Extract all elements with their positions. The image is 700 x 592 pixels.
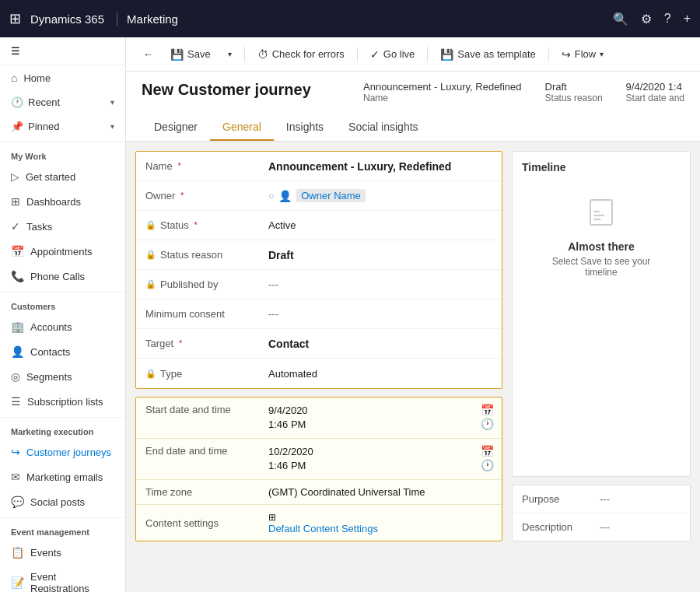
sidebar-item-event-registrations[interactable]: 📝 Event Registrations bbox=[0, 565, 125, 592]
name-required: * bbox=[178, 162, 181, 170]
owner-field: ○ 👤 Owner Name bbox=[268, 189, 494, 202]
start-clock-icon[interactable]: 🕐 bbox=[481, 418, 494, 430]
sidebar-item-events[interactable]: 📋 Events bbox=[0, 540, 125, 565]
tab-social-insights[interactable]: Social insights bbox=[336, 114, 431, 141]
main-form-card: Name * Announcement - Luxury, Redefined … bbox=[135, 151, 502, 389]
person-icon: ○ bbox=[268, 191, 274, 201]
divider-1 bbox=[0, 142, 125, 142]
check-icon: ⏱ bbox=[257, 48, 268, 61]
main-content: ← 💾 Save ▾ ⏱ Check for errors ✓ Go live … bbox=[126, 37, 700, 592]
flow-dropdown-arrow: ▾ bbox=[600, 50, 604, 58]
date-row-end: End date and time 10/2/2020 📅 1:46 PM 🕐 bbox=[136, 439, 502, 480]
form-row-status-reason: 🔒 Status reason Draft bbox=[136, 240, 502, 270]
svg-rect-0 bbox=[590, 200, 612, 225]
owner-value[interactable]: ○ 👤 Owner Name bbox=[261, 183, 502, 208]
meta-name-value: Announcement - Luxury, Redefined bbox=[363, 81, 522, 93]
accounts-icon: 🏢 bbox=[11, 321, 24, 333]
dashboards-icon: ⊞ bbox=[11, 195, 20, 208]
save-button[interactable]: 💾 Save bbox=[163, 44, 219, 65]
date-row-start: Start date and time 9/4/2020 📅 1:46 PM 🕐 bbox=[136, 398, 502, 439]
sidebar-subscription-label: Subscription lists bbox=[27, 396, 103, 408]
contacts-icon: 👤 bbox=[11, 345, 24, 358]
meta-status-value: Draft bbox=[545, 81, 603, 93]
sidebar-item-segments[interactable]: ◎ Segments bbox=[0, 364, 125, 389]
status-value: Active bbox=[261, 213, 502, 237]
content-label: Content settings bbox=[136, 517, 261, 529]
go-live-button[interactable]: ✓ Go live bbox=[362, 44, 422, 65]
check-errors-label: Check for errors bbox=[272, 48, 345, 60]
sidebar-item-dashboards[interactable]: ⊞ Dashboards bbox=[0, 189, 125, 214]
sidebar-item-subscription-lists[interactable]: ☰ Subscription lists bbox=[0, 389, 125, 414]
pin-icon: 📌 bbox=[11, 121, 23, 132]
lock-icon-type: 🔒 bbox=[145, 369, 156, 379]
timezone-row: Time zone (GMT) Coordinated Universal Ti… bbox=[136, 480, 502, 505]
tab-designer[interactable]: Designer bbox=[142, 114, 210, 141]
search-icon[interactable]: 🔍 bbox=[613, 12, 628, 26]
meta-date-label: Start date and bbox=[626, 93, 684, 103]
timeline-empty-subtitle: Select Save to see your timeline bbox=[537, 256, 665, 278]
owner-label: Owner * bbox=[136, 184, 261, 208]
start-calendar-icon[interactable]: 📅 bbox=[481, 404, 494, 416]
flow-button[interactable]: ↪ Flow ▾ bbox=[554, 44, 611, 65]
help-icon[interactable]: ? bbox=[664, 12, 671, 26]
sidebar-item-get-started[interactable]: ▷ Get started bbox=[0, 164, 125, 189]
sidebar-item-pinned[interactable]: 📌 Pinned ▾ bbox=[0, 114, 125, 138]
sidebar: ☰ ⌂ Home 🕐 Recent ▾ 📌 Pinned ▾ My Work ▷… bbox=[0, 37, 126, 592]
save-dropdown-arrow: ▾ bbox=[228, 50, 232, 58]
my-work-section: My Work bbox=[0, 145, 125, 164]
start-time[interactable]: 1:46 PM bbox=[268, 419, 306, 430]
save-dropdown-button[interactable]: ▾ bbox=[220, 45, 240, 63]
check-errors-button[interactable]: ⏱ Check for errors bbox=[250, 44, 352, 65]
info-card: Purpose --- Description --- bbox=[512, 485, 691, 541]
timezone-value[interactable]: (GMT) Coordinated Universal Time bbox=[261, 486, 502, 498]
sidebar-item-home[interactable]: ⌂ Home bbox=[0, 65, 125, 90]
save-label: Save bbox=[187, 48, 211, 60]
sidebar-item-tasks[interactable]: ✓ Tasks bbox=[0, 214, 125, 239]
sidebar-item-recent[interactable]: 🕐 Recent ▾ bbox=[0, 90, 125, 114]
start-date-label: Start date and time bbox=[136, 404, 261, 415]
page-header: New Customer journey Announcement - Luxu… bbox=[126, 72, 700, 142]
hamburger-menu[interactable]: ☰ bbox=[0, 37, 125, 65]
sidebar-item-contacts[interactable]: 👤 Contacts bbox=[0, 339, 125, 364]
social-posts-icon: 💬 bbox=[11, 496, 24, 508]
brand-label: Dynamics 365 bbox=[30, 12, 117, 26]
timeline-title: Timeline bbox=[522, 161, 681, 173]
end-calendar-icon[interactable]: 📅 bbox=[481, 445, 494, 457]
page-header-meta: Announcement - Luxury, Redefined Name Dr… bbox=[363, 81, 684, 105]
dates-card: Start date and time 9/4/2020 📅 1:46 PM 🕐 bbox=[135, 397, 502, 541]
save-template-icon: 💾 bbox=[440, 48, 453, 61]
timeline-empty-title: Almost there bbox=[568, 240, 635, 253]
name-value[interactable]: Announcement - Luxury, Redefined bbox=[261, 154, 502, 179]
toolbar-divider-4 bbox=[548, 47, 549, 62]
sidebar-item-marketing-emails[interactable]: ✉ Marketing emails bbox=[0, 464, 125, 489]
tab-insights[interactable]: Insights bbox=[274, 114, 336, 141]
back-button[interactable]: ← bbox=[135, 44, 161, 65]
description-value: --- bbox=[600, 521, 610, 533]
timeline-card: Timeline Almost there bbox=[512, 151, 691, 477]
end-time[interactable]: 1:46 PM bbox=[268, 460, 306, 471]
end-date[interactable]: 10/2/2020 bbox=[268, 446, 313, 457]
save-template-button[interactable]: 💾 Save as template bbox=[432, 44, 543, 65]
sidebar-item-social-posts[interactable]: 💬 Social posts bbox=[0, 489, 125, 514]
end-date-value: 10/2/2020 📅 1:46 PM 🕐 bbox=[261, 445, 502, 473]
settings-icon[interactable]: ⚙ bbox=[641, 12, 652, 26]
plus-icon[interactable]: + bbox=[684, 12, 691, 26]
sidebar-item-phone-calls[interactable]: 📞 Phone Calls bbox=[0, 264, 125, 289]
lock-icon-status: 🔒 bbox=[145, 220, 156, 230]
grid-icon[interactable]: ⊞ bbox=[9, 10, 21, 27]
tab-general[interactable]: General bbox=[210, 114, 274, 141]
form-row-min-consent: Minimum consent --- bbox=[136, 300, 502, 329]
end-clock-icon[interactable]: 🕐 bbox=[481, 459, 494, 471]
target-value[interactable]: Contact bbox=[261, 331, 502, 356]
sidebar-item-accounts[interactable]: 🏢 Accounts bbox=[0, 314, 125, 339]
start-date-line: 9/4/2020 📅 bbox=[268, 404, 494, 416]
info-row-purpose: Purpose --- bbox=[513, 485, 690, 513]
start-date[interactable]: 9/4/2020 bbox=[268, 405, 308, 416]
sidebar-item-customer-journeys[interactable]: ↪ Customer journeys bbox=[0, 440, 125, 464]
owner-name[interactable]: Owner Name bbox=[296, 189, 366, 202]
sidebar-item-appointments[interactable]: 📅 Appointments bbox=[0, 239, 125, 264]
form-row-status: 🔒 Status * Active bbox=[136, 211, 502, 240]
go-live-label: Go live bbox=[383, 48, 415, 60]
type-value: Automated bbox=[261, 362, 502, 386]
content-settings-link[interactable]: Default Content Settings bbox=[268, 523, 494, 534]
